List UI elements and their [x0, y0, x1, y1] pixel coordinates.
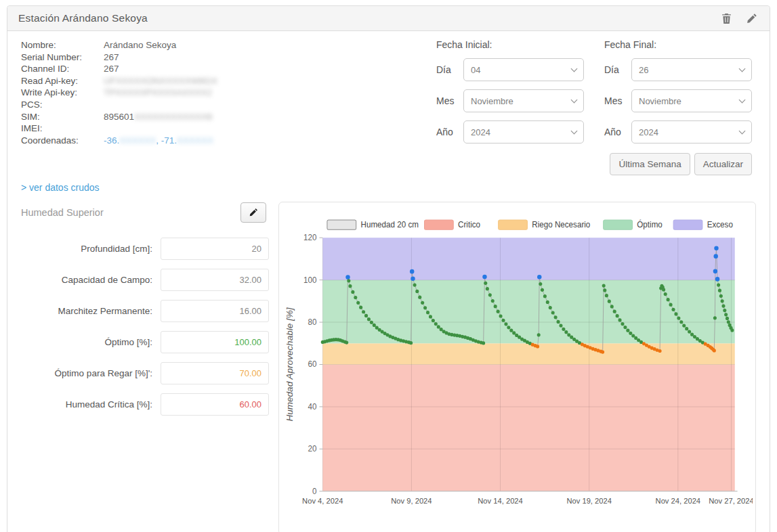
- info-label: Read Api-key:: [21, 75, 101, 87]
- date-controls: Fecha Inicial: Día04MesNoviembreAño2024 …: [436, 39, 752, 175]
- delete-station-button[interactable]: [719, 12, 734, 26]
- info-label: Channel ID:: [21, 63, 101, 75]
- svg-text:Nov 4, 2024: Nov 4, 2024: [302, 497, 343, 505]
- svg-text:120: 120: [303, 233, 317, 242]
- info-label: Nombre:: [21, 39, 101, 51]
- fecha-inicial-title: Fecha Inicial:: [436, 39, 584, 50]
- humidity-chart-card: 020406080100120Nov 4, 2024Nov 9, 2024Nov…: [278, 202, 756, 532]
- marchitez-label: Marchitez Permanente:: [21, 306, 161, 316]
- trash-icon: [721, 16, 732, 26]
- pencil-icon: [249, 209, 258, 219]
- fecha-final-mes-label: Mes: [604, 95, 631, 106]
- svg-text:Humedad 20 cm: Humedad 20 cm: [360, 220, 419, 229]
- pencil-icon: [746, 16, 757, 26]
- redacted-value: XXXXXX: [177, 135, 213, 146]
- panel-body: Nombre:Arándano SekoyaSerial Number:267C…: [7, 31, 770, 532]
- info-label: Coordenadas:: [21, 135, 101, 147]
- info-label: PCS:: [21, 99, 101, 111]
- svg-text:Exceso: Exceso: [707, 220, 734, 229]
- edit-station-button[interactable]: [744, 12, 759, 26]
- fecha-final-dia-label: Día: [604, 64, 631, 75]
- svg-text:80: 80: [308, 317, 317, 327]
- fecha-final-group: Fecha Final: Día26MesNoviembreAño2024: [604, 39, 752, 152]
- humedad-critica-input[interactable]: [161, 393, 269, 416]
- info-label: Serial Number:: [21, 51, 101, 64]
- sensor-config-column: > ver datos crudos Humedad Superior Prof…: [21, 179, 278, 424]
- svg-text:Riego Necesario: Riego Necesario: [532, 220, 591, 229]
- ver-datos-crudos-link[interactable]: > ver datos crudos: [21, 182, 100, 193]
- section-title: Humedad Superior: [21, 207, 104, 218]
- info-value: Arándano Sekoya: [104, 39, 217, 51]
- edit-humedad-superior-button[interactable]: [240, 202, 266, 223]
- redacted-value: XXXXXXXXXXXX6: [134, 112, 213, 122]
- info-value: [104, 99, 217, 111]
- svg-text:0: 0: [312, 487, 317, 496]
- redacted-value: TPXXXXXPXXXXAXXXX2: [104, 87, 212, 97]
- coordinates-link[interactable]: -36.XXXXXX, -71.XXXXXX: [104, 135, 217, 147]
- fecha-inicial-group: Fecha Inicial: Día04MesNoviembreAño2024: [436, 39, 584, 152]
- info-label: SIM:: [21, 111, 101, 123]
- station-panel: Estación Arándano Sekoya Nombre:Arándano…: [7, 5, 770, 532]
- svg-text:60: 60: [308, 359, 317, 369]
- info-value: TPXXXXXPXXXXAXXXX2: [104, 87, 217, 99]
- svg-text:100: 100: [303, 275, 317, 284]
- fecha-inicial-dia-label: Día: [436, 64, 463, 75]
- svg-text:Nov 27, 2024: Nov 27, 2024: [709, 497, 753, 505]
- svg-text:Nov 24, 2024: Nov 24, 2024: [656, 497, 700, 505]
- svg-text:Nov 9, 2024: Nov 9, 2024: [391, 497, 432, 505]
- fecha-inicial-mes-select[interactable]: Noviembre: [463, 89, 584, 112]
- fecha-inicial-ano-label: Año: [436, 127, 463, 137]
- fecha-final-ano-label: Año: [604, 127, 631, 137]
- form-row: Capacidad de Campo:: [21, 269, 269, 291]
- humidity-chart: 020406080100120Nov 4, 2024Nov 9, 2024Nov…: [282, 205, 753, 531]
- fecha-inicial-dia-select[interactable]: 04: [463, 58, 584, 81]
- info-label: IMEI:: [21, 123, 101, 135]
- actualizar-button[interactable]: Actualizar: [694, 153, 752, 175]
- redacted-value: XXXXXX: [119, 135, 156, 146]
- station-info: Nombre:Arándano SekoyaSerial Number:267C…: [21, 39, 217, 175]
- capacidad-campo-label: Capacidad de Campo:: [21, 275, 161, 285]
- form-row: Humedad Crítica [%]:: [21, 393, 269, 416]
- info-value: UFXXXXXONXXXXXW8GX: [104, 75, 217, 87]
- fecha-inicial-ano-select[interactable]: 2024: [463, 120, 584, 143]
- form-row: Óptimo [%]:: [21, 331, 269, 353]
- page-title: Estación Arándano Sekoya: [18, 12, 148, 24]
- svg-text:Critico: Critico: [458, 220, 480, 229]
- svg-text:Nov 19, 2024: Nov 19, 2024: [566, 497, 611, 505]
- fecha-final-title: Fecha Final:: [604, 39, 752, 50]
- marchitez-input[interactable]: [161, 300, 269, 322]
- optimo-regar-input[interactable]: [161, 362, 269, 384]
- info-value: 267: [104, 63, 217, 75]
- svg-text:Nov 14, 2024: Nov 14, 2024: [478, 497, 522, 505]
- form-row: Profundidad [cm]:: [21, 238, 269, 260]
- info-value: 267: [104, 51, 217, 64]
- info-label: Write Api-key:: [21, 87, 101, 99]
- profundidad-input[interactable]: [161, 238, 269, 260]
- capacidad-campo-input[interactable]: [161, 269, 269, 291]
- chart-legend: Humedad 20 cmCriticoRiego NecesarioÓptim…: [327, 219, 733, 229]
- svg-text:20: 20: [308, 444, 317, 453]
- svg-text:40: 40: [308, 402, 317, 412]
- svg-text:Humedad Aprovechable [%]: Humedad Aprovechable [%]: [285, 307, 295, 421]
- fecha-inicial-mes-label: Mes: [436, 95, 463, 106]
- fecha-final-mes-select[interactable]: Noviembre: [631, 89, 752, 112]
- panel-header: Estación Arándano Sekoya: [7, 6, 770, 31]
- form-row: Óptimo para Regar [%]':: [21, 362, 269, 384]
- profundidad-label: Profundidad [cm]:: [21, 244, 161, 254]
- form-row: Marchitez Permanente:: [21, 300, 269, 322]
- redacted-value: UFXXXXXONXXXXXW8GX: [104, 76, 217, 86]
- humedad-superior-form: Profundidad [cm]:Capacidad de Campo:Marc…: [21, 238, 269, 416]
- svg-text:Óptimo: Óptimo: [637, 219, 663, 229]
- humedad-critica-label: Humedad Crítica [%]:: [21, 399, 161, 409]
- optimo-input[interactable]: [161, 331, 269, 353]
- info-value: 895601XXXXXXXXXXXX6: [104, 111, 217, 123]
- fecha-final-ano-select[interactable]: 2024: [631, 120, 752, 143]
- info-value: [104, 123, 217, 135]
- optimo-regar-label: Óptimo para Regar [%]':: [21, 368, 161, 378]
- fecha-final-dia-select[interactable]: 26: [631, 58, 752, 81]
- optimo-label: Óptimo [%]:: [21, 337, 161, 347]
- ultima-semana-button[interactable]: Última Semana: [610, 153, 690, 175]
